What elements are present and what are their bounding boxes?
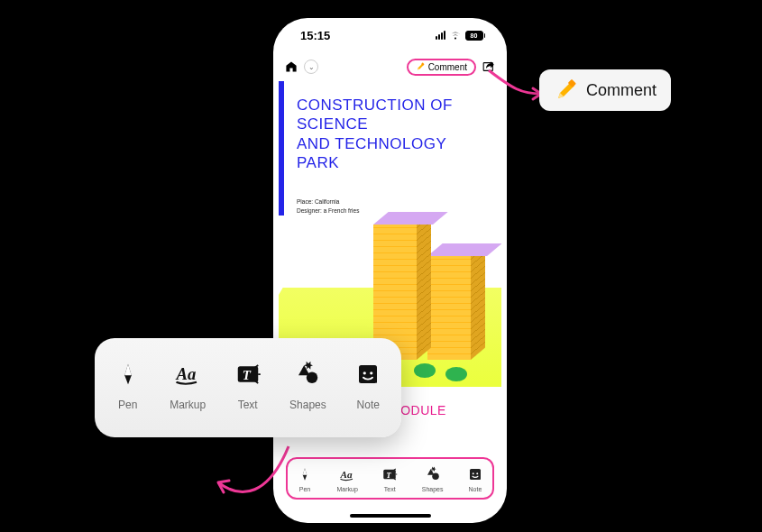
annotation-toolbar-popout: Pen Markup Text Shapes Note (95, 338, 401, 437)
annotation-toolbar-inline: Pen Markup Text Shapes Note (286, 457, 494, 500)
text-icon (234, 361, 262, 388)
comment-mode-button[interactable]: Comment (407, 59, 476, 76)
tool-text[interactable]: Text (234, 361, 262, 411)
note-icon (354, 361, 381, 388)
wifi-icon (449, 30, 462, 41)
tool-note[interactable]: Note (467, 466, 483, 492)
shapes-icon (425, 466, 441, 482)
comment-callout[interactable]: Comment (539, 69, 671, 111)
tool-note[interactable]: Note (354, 361, 381, 411)
tool-pen[interactable]: Pen (115, 361, 142, 411)
tool-pen[interactable]: Pen (297, 466, 313, 492)
home-indicator (350, 514, 431, 518)
battery-icon: 80 (465, 31, 486, 41)
pen-icon (297, 466, 313, 482)
expand-dropdown[interactable]: ⌄ (304, 60, 318, 74)
comment-callout-label: Comment (586, 81, 656, 100)
doc-title-line1: CONSTRUCTION OF SCIENCE (297, 96, 489, 134)
tool-markup[interactable]: Markup (170, 361, 206, 411)
tool-shapes[interactable]: Shapes (289, 361, 326, 411)
note-icon (467, 466, 483, 482)
app-top-bar: ⌄ Comment (273, 52, 507, 81)
tool-text[interactable]: Text (381, 466, 398, 492)
status-bar: 15:15 80 (273, 18, 507, 52)
markup-icon (339, 466, 355, 482)
doc-title-line2: AND TECHNOLOGY PARK (297, 134, 489, 173)
comment-pencil-icon (416, 62, 425, 71)
markup-icon (174, 361, 201, 388)
status-right: 80 (436, 30, 486, 41)
text-icon (381, 466, 398, 482)
comment-mode-label: Comment (428, 62, 467, 72)
signal-icon (436, 31, 445, 40)
pen-icon (115, 361, 142, 388)
comment-pencil-icon (554, 78, 577, 102)
tool-markup[interactable]: Markup (336, 466, 357, 492)
status-time: 15:15 (300, 29, 330, 42)
tool-shapes[interactable]: Shapes (422, 466, 444, 492)
shapes-icon (294, 361, 321, 388)
share-icon[interactable] (482, 60, 496, 74)
home-icon[interactable] (284, 60, 298, 74)
phone-frame: 15:15 80 ⌄ Comment CONSTRUCTION OF SCIEN… (273, 18, 507, 523)
